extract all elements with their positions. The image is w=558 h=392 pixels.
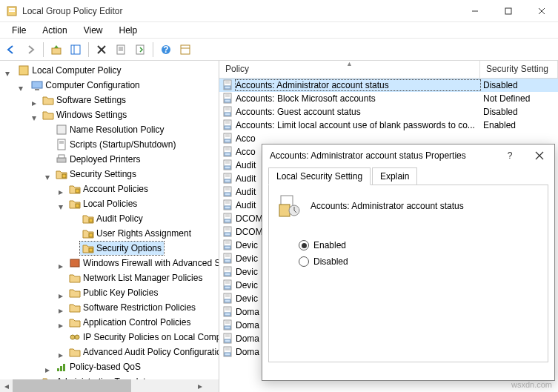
radio-icon (299, 256, 309, 267)
svg-rect-91 (225, 246, 230, 249)
tree-scrollbar-h[interactable]: ◂ ▸ (0, 379, 206, 392)
menu-file[interactable]: File (4, 24, 33, 37)
chevron-right-icon[interactable]: ▸ (56, 291, 65, 300)
tree-qos[interactable]: Policy-based QoS (53, 360, 143, 373)
svg-rect-83 (225, 219, 230, 222)
menu-bar: File Action View Help (0, 22, 558, 39)
radio-enabled[interactable]: Enabled (299, 240, 539, 250)
tree-software-settings[interactable]: Software Settings (40, 93, 128, 107)
watermark: wsxdn.com (511, 380, 552, 389)
chevron-right-icon[interactable]: ▸ (56, 262, 65, 270)
svg-rect-47 (225, 99, 230, 102)
tree-windows-settings[interactable]: Windows Settings (40, 108, 129, 122)
script-icon (56, 139, 67, 150)
column-label: Security Setting (486, 64, 548, 74)
svg-rect-2 (9, 10, 15, 12)
tree-audit-policy[interactable]: Audit Policy (80, 212, 145, 225)
radio-disabled[interactable]: Disabled (299, 256, 539, 267)
chevron-down-icon[interactable]: ▾ (56, 202, 65, 211)
scroll-thumb[interactable] (13, 379, 131, 392)
tree-label: Account Policies (83, 184, 148, 194)
svg-rect-36 (70, 259, 79, 267)
maximize-button[interactable] (491, 0, 525, 22)
chevron-down-icon[interactable]: ▾ (3, 69, 12, 78)
chevron-down-icon[interactable]: ▾ (30, 113, 39, 122)
tree-root[interactable]: Local Computer Policy (16, 64, 123, 77)
chevron-right-icon[interactable]: ▸ (56, 321, 65, 330)
tree-label: Software Settings (56, 95, 126, 105)
scroll-right-icon[interactable]: ▸ (193, 379, 206, 392)
row-policy-name: Accounts: Guest account status (236, 107, 480, 117)
menu-view[interactable]: View (76, 24, 110, 37)
svg-rect-51 (225, 113, 230, 116)
minimize-button[interactable] (458, 0, 491, 22)
svg-rect-35 (89, 248, 93, 252)
svg-rect-21 (19, 66, 28, 75)
tree-label: IP Security Policies on Local Computer (83, 332, 219, 342)
tree-deployed-printers[interactable]: Deployed Printers (53, 153, 142, 166)
tree-advanced-audit[interactable]: Advanced Audit Policy Configuration (67, 345, 219, 359)
list-row[interactable]: Accounts: Guest account statusDisabled (219, 105, 558, 119)
tree-label: Local Policies (83, 199, 137, 209)
scroll-corner (206, 379, 219, 392)
chevron-right-icon[interactable]: ▸ (43, 365, 52, 374)
up-button[interactable] (48, 41, 64, 58)
column-policy[interactable]: Policy▲ (219, 61, 480, 78)
menu-help[interactable]: Help (112, 24, 145, 37)
list-row[interactable]: Accounts: Administrator account statusDi… (219, 79, 558, 92)
svg-rect-19 (181, 45, 190, 54)
tab-local-security-setting[interactable]: Local Security Setting (268, 167, 371, 185)
dialog-close-button[interactable] (525, 144, 554, 167)
caret-blank (70, 230, 79, 239)
tree-computer-configuration[interactable]: Computer Configuration (29, 79, 142, 92)
svg-rect-87 (225, 233, 230, 236)
help-button[interactable]: ? (158, 41, 174, 58)
tree-label: Audit Policy (96, 213, 143, 224)
export-button[interactable] (132, 41, 148, 58)
show-hide-tree-button[interactable] (67, 41, 84, 58)
tree-software-restriction[interactable]: Software Restriction Policies (67, 301, 198, 314)
chevron-right-icon[interactable]: ▸ (56, 351, 65, 359)
tree-ip-security[interactable]: IP Security Policies on Local Computer (67, 330, 219, 344)
scroll-left-icon[interactable]: ◂ (0, 379, 13, 392)
filter-button[interactable] (177, 41, 193, 58)
close-button[interactable] (525, 0, 558, 22)
tree-account-policies[interactable]: Account Policies (67, 182, 150, 196)
list-row[interactable]: Accounts: Block Microsoft accountsNot De… (219, 92, 558, 105)
tree-local-policies[interactable]: Local Policies (67, 197, 139, 210)
tree-scripts[interactable]: Scripts (Startup/Shutdown) (53, 138, 178, 151)
list-row[interactable]: Accounts: Limit local account use of bla… (219, 119, 558, 132)
tab-explain[interactable]: Explain (372, 167, 417, 185)
dialog-help-button[interactable]: ? (495, 144, 525, 167)
tree-label: Windows Firewall with Advanced Security (83, 258, 219, 268)
chevron-right-icon[interactable]: ▸ (56, 306, 65, 315)
svg-rect-107 (225, 299, 230, 302)
forward-button[interactable] (22, 41, 39, 58)
tree-network-list[interactable]: Network List Manager Policies (67, 271, 205, 285)
properties-button[interactable] (113, 41, 129, 58)
tree-label: Name Resolution Policy (70, 124, 164, 135)
menu-action[interactable]: Action (35, 24, 74, 37)
tree-security-options[interactable]: Security Options (80, 242, 164, 255)
chevron-down-icon[interactable]: ▾ (43, 173, 52, 182)
tree-public-key[interactable]: Public Key Policies (67, 286, 160, 299)
tree-pane[interactable]: ▾ Local Computer Policy ▾ Computer Confi… (0, 61, 219, 392)
svg-rect-67 (225, 166, 230, 169)
tree-app-control[interactable]: Application Control Policies (67, 316, 193, 329)
policy-item-icon (222, 93, 234, 104)
lock-folder-icon (69, 198, 81, 210)
chevron-down-icon[interactable]: ▾ (16, 84, 25, 93)
tree-windows-firewall[interactable]: Windows Firewall with Advanced Security (67, 256, 219, 270)
policy-item-icon (222, 346, 234, 358)
sort-asc-icon: ▲ (346, 61, 353, 67)
policy-item-icon (222, 239, 234, 251)
delete-button[interactable] (93, 41, 110, 58)
back-button[interactable] (3, 41, 19, 58)
column-security-setting[interactable]: Security Setting (480, 61, 558, 78)
tree-user-rights[interactable]: User Rights Assignment (80, 227, 193, 240)
chevron-right-icon[interactable]: ▸ (56, 187, 65, 196)
tree-name-resolution[interactable]: Name Resolution Policy (53, 123, 166, 136)
policy-icon (278, 194, 302, 218)
chevron-right-icon[interactable]: ▸ (30, 99, 39, 107)
tree-security-settings[interactable]: Security Settings (53, 167, 139, 181)
